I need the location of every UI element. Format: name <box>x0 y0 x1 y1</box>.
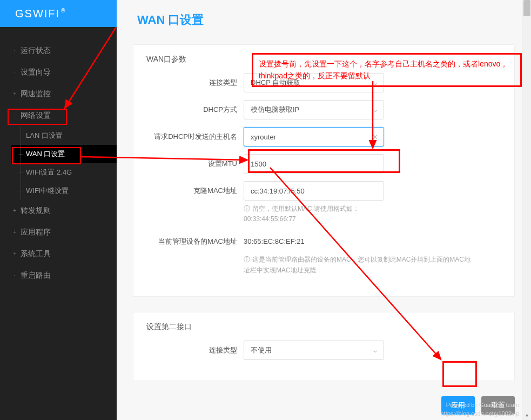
chevron-down-icon: ⌵ <box>373 106 377 114</box>
hint-current-mac: ⓘ这是当前管理路由器的设备的MAC，您可以复制此MAC并填到上面的MAC地址栏中… <box>244 255 470 275</box>
sidebar-item-label: 设置向导 <box>21 68 51 77</box>
select-value: 不使用 <box>251 345 272 355</box>
plus-icon: + <box>12 230 17 235</box>
sidebar-item-label: 转发规则 <box>21 206 51 216</box>
label-current-mac: 当前管理设备的MAC地址 <box>146 232 244 251</box>
sidebar-item-label: 系统工具 <box>21 249 51 259</box>
sidebar-item-status[interactable]: ·运行状态 <box>0 40 117 62</box>
input-value: cc:34:19:07:f5:50 <box>251 187 305 195</box>
label-dhcp-mode: DHCP方式 <box>146 100 244 119</box>
input-value: 1500 <box>251 160 266 168</box>
row-current-mac: 当前管理设备的MAC地址 30:65:EC:8C:EF:21 ⓘ这是当前管理路由… <box>146 232 501 275</box>
sidebar-item-label: 运行状态 <box>21 46 51 56</box>
select-dhcp-mode[interactable]: 模仿电脑获取IP ⌵ <box>244 100 384 119</box>
label-second-conn-type: 连接类型 <box>146 341 244 360</box>
logo-sup: ® <box>61 8 65 14</box>
label-mtu: 设置MTU <box>146 154 244 174</box>
row-clone-mac: 克隆MAC地址 cc:34:19:07:f5:50 ⓘ留空，使用默认MAC,请使… <box>146 181 501 224</box>
row-dhcp-mode: DHCP方式 模仿电脑获取IP ⌵ <box>146 100 501 119</box>
powered-by: Powered by GuangSu team <box>446 402 519 408</box>
sidebar-item-bandwidth[interactable]: +网速监控 <box>0 83 117 105</box>
plus-icon: + <box>12 208 17 214</box>
info-icon: ⓘ <box>244 204 250 214</box>
sidebar-item-wizard[interactable]: ·设置向导 <box>0 62 117 83</box>
select-value: 模仿电脑获取IP <box>251 105 299 115</box>
sidebar-item-wan[interactable]: WAN 口设置 <box>11 145 117 163</box>
row-hostname: 请求DHCP时发送的主机名 xyrouter ✕ <box>146 127 501 146</box>
clear-icon[interactable]: ✕ <box>372 133 378 141</box>
label-connection-type: 连接类型 <box>146 73 244 92</box>
plus-icon: + <box>12 251 17 257</box>
input-hostname[interactable]: xyrouter ✕ <box>244 127 384 146</box>
plus-icon: + <box>12 91 17 97</box>
sidebar-item-apps[interactable]: +应用程序 <box>0 222 117 243</box>
scrollbar[interactable]: ▴ ▾ <box>522 0 531 420</box>
sidebar-item-label: WIFI中继设置 <box>26 186 69 196</box>
nav: ·运行状态 ·设置向导 +网速监控 -网络设置 LAN 口设置 WAN 口设置 … <box>0 27 117 286</box>
logo: GSWIFI® <box>0 0 117 27</box>
sidebar-submenu-network: LAN 口设置 WAN 口设置 WIFI设置 2.4G WIFI中继设置 <box>0 126 117 200</box>
sidebar-item-forwarding[interactable]: +转发规则 <box>0 200 117 222</box>
sidebar-item-systools[interactable]: +系统工具 <box>0 243 117 265</box>
hint-clone-mac: ⓘ留空，使用默认MAC,请使用格式如：00:33:44:55:66:77 <box>244 204 384 224</box>
value-current-mac: 30:65:EC:8C:EF:21 <box>244 232 470 251</box>
panel-second-interface: 设置第二接口 连接类型 不使用 ⌵ <box>133 312 515 381</box>
sidebar-item-label: 重启路由 <box>21 271 51 281</box>
info-icon: ⓘ <box>244 255 250 265</box>
bullet-icon: · <box>12 48 17 54</box>
sidebar-item-wifi24g[interactable]: WIFI设置 2.4G <box>11 163 117 182</box>
sidebar-item-label: LAN 口设置 <box>26 131 63 141</box>
sidebar-item-lan[interactable]: LAN 口设置 <box>11 126 117 145</box>
watermark: https://blog.csdn.net/y1002vip <box>440 410 519 417</box>
sidebar-item-label: 应用程序 <box>21 228 51 237</box>
annotation-text-box: 设置拨号前，先设置一下这个，名字参考自己主机名之类的，或者lenovo，thin… <box>252 53 522 87</box>
row-second-conn-type: 连接类型 不使用 ⌵ <box>146 341 501 360</box>
bullet-icon: · <box>12 70 17 75</box>
chevron-down-icon: ⌵ <box>373 346 377 354</box>
input-value: xyrouter <box>251 133 276 141</box>
minus-icon: - <box>12 113 17 118</box>
sidebar-item-network[interactable]: -网络设置 <box>0 105 117 126</box>
sidebar-item-label: WAN 口设置 <box>26 149 65 159</box>
sidebar-item-label: 网速监控 <box>21 89 51 99</box>
sidebar-item-label: 网络设置 <box>21 111 51 121</box>
scroll-thumb[interactable] <box>523 0 530 16</box>
label-hostname: 请求DHCP时发送的主机名 <box>146 127 244 146</box>
sidebar-item-label: WIFI设置 2.4G <box>26 168 72 177</box>
page-title: WAN 口设置 <box>137 12 531 28</box>
panel-title: 设置第二接口 <box>146 322 501 332</box>
logo-text: GSWIFI <box>15 8 60 20</box>
select-second-conn-type[interactable]: 不使用 ⌵ <box>244 341 384 360</box>
sidebar: GSWIFI® ·运行状态 ·设置向导 +网速监控 -网络设置 LAN 口设置 … <box>0 0 117 420</box>
input-clone-mac[interactable]: cc:34:19:07:f5:50 <box>244 181 384 201</box>
label-clone-mac: 克隆MAC地址 <box>146 181 244 201</box>
scroll-down-icon[interactable]: ▾ <box>522 411 531 420</box>
sidebar-item-wifirepeater[interactable]: WIFI中继设置 <box>11 182 117 200</box>
input-mtu[interactable]: 1500 <box>244 154 384 174</box>
bullet-icon: · <box>12 273 17 278</box>
sidebar-item-reboot[interactable]: ·重启路由 <box>0 265 117 286</box>
row-mtu: 设置MTU 1500 <box>146 154 501 174</box>
